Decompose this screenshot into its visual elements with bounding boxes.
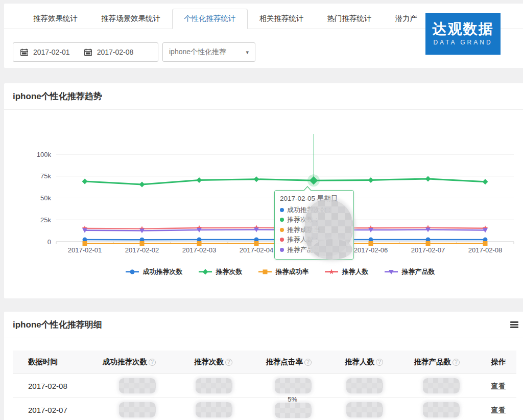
legend-label: 成功推荐次数: [143, 267, 183, 276]
detail-table: 数据时间成功推荐次数?推荐次数?推荐点击率?推荐人数?推荐产品数?操作2017-…: [13, 351, 516, 420]
legend-label: 推荐次数: [216, 267, 243, 276]
redacted-value-blur: [196, 402, 232, 417]
cell-value-redacted: [314, 378, 386, 393]
svg-text:2017-02-03: 2017-02-03: [182, 246, 217, 254]
trend-panel: iphone个性化推荐趋势 025k50k75k100k2017-02-0120…: [4, 83, 523, 298]
help-icon[interactable]: ?: [225, 359, 232, 366]
help-icon[interactable]: ?: [304, 359, 312, 366]
column-header-2: 推荐次数?: [158, 357, 235, 367]
calendar-icon: [20, 49, 28, 56]
series-dot-icon: [280, 238, 284, 242]
square-marker-icon: [258, 268, 272, 275]
legend-item-2[interactable]: 推荐成功率: [258, 267, 309, 276]
redacted-value-blur: [119, 402, 156, 417]
date-end-value[interactable]: 2017-02-08: [97, 48, 134, 56]
svg-text:2017-02-04: 2017-02-04: [240, 246, 274, 254]
date-range-picker[interactable]: 2017-02-01 2017-02-08: [13, 42, 158, 62]
redacted-value-blur: [275, 378, 312, 393]
svg-text:2017-02-07: 2017-02-07: [411, 246, 445, 254]
star-marker-icon: [324, 268, 339, 275]
scene-select-value: iphone个性化推荐: [169, 48, 226, 57]
tab-3[interactable]: 相关推荐统计: [248, 9, 316, 29]
circle-marker-icon: [125, 268, 139, 275]
column-header-0: 数据时间: [13, 357, 79, 367]
view-link[interactable]: 查看: [491, 405, 506, 415]
cell-value-redacted: [79, 402, 158, 417]
legend-item-4[interactable]: 推荐产品数: [384, 267, 435, 276]
table-row-0: 2017-02-08查看: [13, 374, 516, 398]
legend-label: 推荐成功率: [276, 267, 309, 276]
help-icon[interactable]: ?: [453, 359, 460, 366]
cell-date: 2017-02-07: [13, 406, 79, 414]
scene-select[interactable]: iphone个性化推荐 ▾: [162, 42, 255, 62]
redacted-value-blur: [119, 378, 156, 393]
column-header-4: 推荐人数?: [314, 357, 386, 367]
svg-text:0: 0: [47, 238, 51, 246]
partially-visible-value: 5%: [288, 395, 297, 403]
svg-text:2017-02-01: 2017-02-01: [68, 246, 102, 254]
help-icon[interactable]: ?: [149, 359, 156, 366]
series-dot-icon: [280, 228, 284, 232]
legend-item-1[interactable]: 推荐次数: [198, 267, 243, 276]
table-row-1: 2017-02-075%查看: [13, 398, 516, 420]
redacted-value-blur: [196, 378, 232, 393]
series-1: [82, 176, 488, 187]
cell-value-redacted: [386, 378, 462, 393]
svg-text:2017-02-06: 2017-02-06: [354, 246, 388, 254]
help-icon[interactable]: ?: [376, 359, 383, 366]
column-header-1: 成功推荐次数?: [79, 357, 158, 367]
redacted-value-blur: [275, 403, 312, 418]
tooltip-arrow-icon: [303, 186, 312, 191]
redacted-value-blur: [346, 378, 383, 393]
series-dot-icon: [280, 248, 284, 252]
date-start-value[interactable]: 2017-02-01: [33, 48, 70, 56]
detail-panel-header: iphone个性化推荐明细: [4, 312, 523, 338]
tab-0[interactable]: 推荐效果统计: [21, 9, 89, 29]
svg-text:2017-02-08: 2017-02-08: [468, 246, 503, 254]
cell-value-redacted: [79, 378, 158, 393]
legend-item-3[interactable]: 推荐人数: [324, 267, 369, 276]
datagrand-logo: 达观数据 DATA GRAND: [425, 13, 501, 55]
redacted-value-blur: [423, 402, 460, 417]
legend-label: 推荐人数: [342, 267, 369, 276]
svg-text:100k: 100k: [37, 151, 52, 158]
legend-item-0[interactable]: 成功推荐次数: [125, 267, 183, 276]
cell-value-redacted: [158, 378, 235, 393]
diamond-marker-icon: [198, 268, 212, 275]
series-dot-icon: [280, 218, 284, 222]
triangle-down-marker-icon: [384, 268, 398, 275]
redacted-value-blur: [346, 402, 383, 417]
chart-legend: 成功推荐次数推荐次数推荐成功率推荐人数推荐产品数: [50, 267, 510, 276]
column-header-6: 操作: [462, 357, 513, 367]
cell-value-redacted: [386, 402, 462, 417]
view-link[interactable]: 查看: [491, 381, 506, 391]
redacted-values-blur: [313, 239, 352, 260]
tab-4[interactable]: 热门推荐统计: [316, 9, 384, 29]
dashboard-screen: 推荐效果统计推荐场景效果统计个性化推荐统计相关推荐统计热门推荐统计潜力产 201…: [0, 0, 523, 420]
tab-2[interactable]: 个性化推荐统计: [172, 9, 248, 29]
cell-date: 2017-02-08: [13, 382, 79, 390]
redacted-value-blur: [423, 378, 460, 393]
tab-5[interactable]: 潜力产: [384, 9, 430, 29]
cell-value-redacted: [158, 402, 235, 417]
svg-text:50k: 50k: [40, 194, 51, 202]
chevron-down-icon: ▾: [246, 49, 249, 56]
series-dot-icon: [280, 208, 284, 212]
trend-chart[interactable]: 025k50k75k100k2017-02-012017-02-022017-0…: [4, 83, 523, 298]
svg-text:25k: 25k: [40, 216, 51, 224]
calendar-icon: [84, 49, 92, 56]
cell-value-redacted: [235, 378, 314, 393]
cell-value-redacted: 5%: [235, 402, 314, 418]
column-header-3: 推荐点击率?: [235, 357, 314, 367]
menu-icon[interactable]: [510, 321, 518, 329]
tab-1[interactable]: 推荐场景效果统计: [89, 9, 172, 29]
detail-panel-title: iphone个性化推荐明细: [13, 319, 102, 331]
logo-en-text: DATA GRAND: [433, 39, 492, 46]
table-header-row: 数据时间成功推荐次数?推荐次数?推荐点击率?推荐人数?推荐产品数?操作: [13, 351, 516, 374]
legend-label: 推荐产品数: [402, 267, 435, 276]
cell-value-redacted: [314, 402, 386, 417]
detail-panel: iphone个性化推荐明细 数据时间成功推荐次数?推荐次数?推荐点击率?推荐人数…: [4, 312, 523, 420]
logo-cn-text: 达观数据: [433, 21, 494, 37]
column-header-5: 推荐产品数?: [386, 357, 462, 367]
svg-text:2017-02-02: 2017-02-02: [125, 246, 159, 254]
